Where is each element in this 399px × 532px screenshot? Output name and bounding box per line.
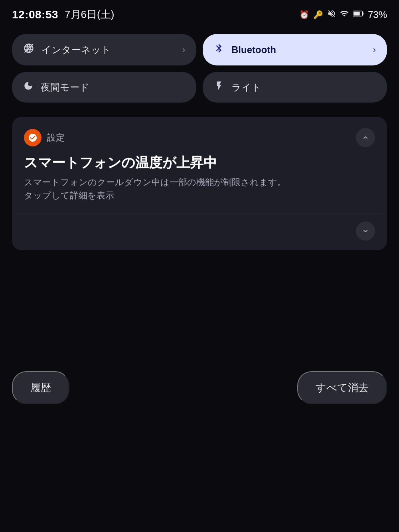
notification-title: スマートフォンの温度が上昇中 bbox=[24, 154, 375, 171]
quick-settings-row1: インターネット › Bluetooth › bbox=[0, 26, 399, 65]
bluetooth-icon bbox=[214, 43, 224, 56]
notification-body-text: スマートフォンのクールダウン中は一部の機能が制限されます。タップして詳細を表示 bbox=[24, 177, 286, 200]
status-date: 7月6日(土) bbox=[65, 8, 114, 22]
flashlight-label: ライト bbox=[231, 81, 376, 94]
notification-app-name: 設定 bbox=[47, 132, 65, 144]
alarm-icon: ⏰ bbox=[299, 10, 309, 20]
quick-settings-row2: 夜間モード ライト bbox=[0, 72, 399, 103]
night-mode-tile[interactable]: 夜間モード bbox=[12, 72, 196, 103]
svg-rect-1 bbox=[362, 12, 363, 15]
night-mode-icon bbox=[23, 81, 34, 94]
bluetooth-tile[interactable]: Bluetooth › bbox=[203, 34, 387, 65]
battery-icon bbox=[353, 9, 364, 20]
svg-rect-2 bbox=[354, 12, 360, 15]
internet-icon bbox=[23, 43, 34, 57]
flashlight-tile[interactable]: ライト bbox=[203, 72, 387, 103]
status-time: 12:08:53 bbox=[12, 8, 58, 21]
night-mode-label: 夜間モード bbox=[41, 81, 185, 94]
clear-all-button[interactable]: すべて消去 bbox=[297, 371, 387, 404]
history-button[interactable]: 履歴 bbox=[12, 371, 69, 404]
signal-icon bbox=[340, 9, 349, 20]
app-icon bbox=[24, 129, 41, 146]
status-left: 12:08:53 7月6日(土) bbox=[12, 8, 114, 22]
notification-card[interactable]: 設定 スマートフォンの温度が上昇中 スマートフォンのクールダウン中は一部の機能が… bbox=[12, 117, 387, 213]
notification-area: 設定 スマートフォンの温度が上昇中 スマートフォンのクールダウン中は一部の機能が… bbox=[12, 117, 387, 250]
notification-app-info: 設定 bbox=[24, 129, 65, 146]
bottom-buttons: 履歴 すべて消去 bbox=[0, 371, 399, 404]
internet-chevron-icon: › bbox=[182, 45, 185, 55]
notification-header: 設定 bbox=[24, 128, 375, 147]
flashlight-icon bbox=[214, 81, 224, 94]
internet-tile[interactable]: インターネット › bbox=[12, 34, 196, 65]
bluetooth-label: Bluetooth bbox=[231, 44, 366, 55]
key-icon: 🔑 bbox=[313, 10, 323, 20]
status-right: ⏰ 🔑 73% bbox=[299, 9, 387, 20]
mute-icon bbox=[327, 9, 336, 20]
status-bar: 12:08:53 7月6日(土) ⏰ 🔑 73% bbox=[0, 0, 399, 26]
expand-button[interactable] bbox=[356, 222, 375, 241]
collapse-button[interactable] bbox=[356, 128, 375, 147]
bluetooth-chevron-icon: › bbox=[373, 45, 376, 55]
battery-percentage: 73% bbox=[368, 9, 387, 20]
internet-label: インターネット bbox=[41, 44, 175, 56]
notification-body: スマートフォンのクールダウン中は一部の機能が制限されます。タップして詳細を表示 bbox=[24, 176, 375, 202]
notification-card-2 bbox=[12, 214, 387, 250]
